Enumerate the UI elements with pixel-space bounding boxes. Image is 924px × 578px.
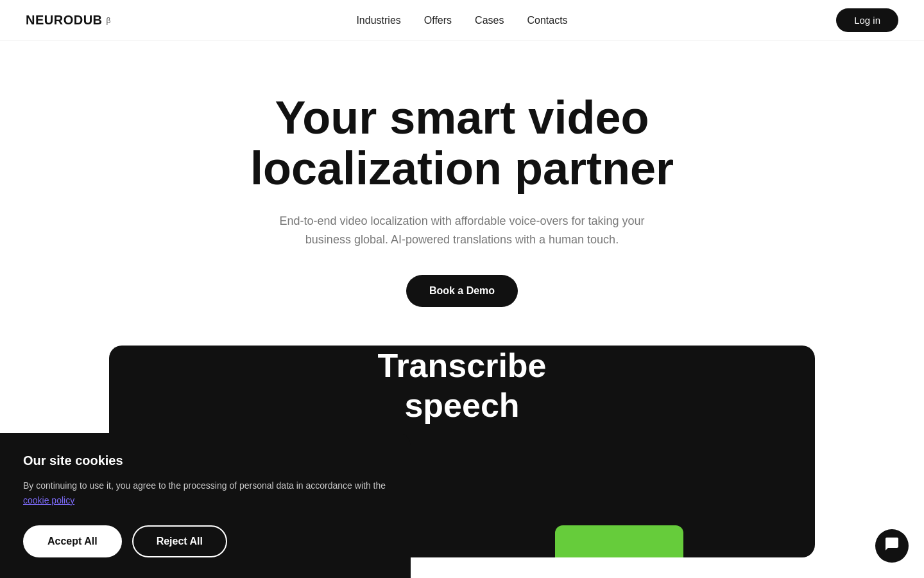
login-button[interactable]: Log in bbox=[836, 8, 898, 32]
hero-subtitle: End-to-end video localization with affor… bbox=[257, 212, 667, 249]
demo-bar-2 bbox=[555, 525, 683, 557]
logo-text: NEURODUB bbox=[26, 13, 103, 28]
nav-industries[interactable]: Industries bbox=[356, 15, 400, 26]
cookie-body-text: By continuing to use it, you agree to th… bbox=[23, 478, 388, 507]
cookie-buttons: Accept All Reject All bbox=[23, 525, 388, 557]
chat-widget[interactable] bbox=[875, 529, 909, 563]
cookie-body-prefix: By continuing to use it, you agree to th… bbox=[23, 480, 386, 491]
demo-panel-text: Transcribe speech bbox=[109, 346, 815, 426]
hero-title: Your smart video localization partner bbox=[218, 92, 706, 194]
book-demo-button[interactable]: Book a Demo bbox=[406, 275, 518, 307]
accept-all-button[interactable]: Accept All bbox=[23, 525, 122, 557]
cookie-title: Our site cookies bbox=[23, 453, 388, 468]
cookie-policy-link[interactable]: cookie policy bbox=[23, 495, 74, 505]
nav-cases[interactable]: Cases bbox=[475, 15, 504, 26]
navbar: NEURODUBβ Industries Offers Cases Contac… bbox=[0, 0, 924, 41]
demo-text-line1: Transcribe bbox=[109, 346, 815, 385]
logo[interactable]: NEURODUBβ bbox=[26, 13, 111, 28]
hero-section: Your smart video localization partner En… bbox=[0, 41, 924, 333]
reject-all-button[interactable]: Reject All bbox=[132, 525, 227, 557]
chat-icon bbox=[884, 536, 900, 556]
nav-contacts[interactable]: Contacts bbox=[527, 15, 567, 26]
nav-offers[interactable]: Offers bbox=[424, 15, 452, 26]
nav-links: Industries Offers Cases Contacts bbox=[356, 15, 567, 26]
cookie-banner: Our site cookies By continuing to use it… bbox=[0, 433, 411, 578]
demo-text-line2: speech bbox=[109, 385, 815, 425]
beta-badge: β bbox=[107, 16, 111, 25]
